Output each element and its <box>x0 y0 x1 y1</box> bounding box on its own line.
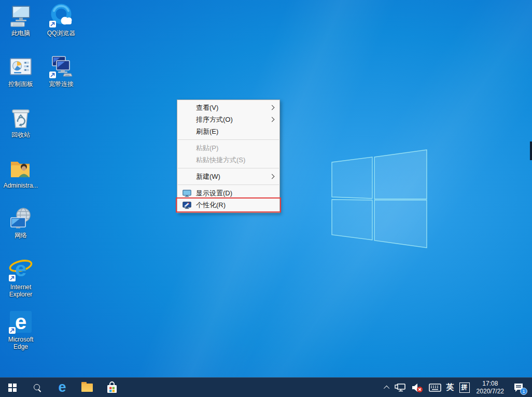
taskbar-edge-button[interactable]: e <box>50 378 75 397</box>
desktop-icon-network[interactable]: 网络 <box>1 205 41 239</box>
icon-label: 回收站 <box>11 131 30 138</box>
menu-item-display-settings[interactable]: 显示设置(D) <box>177 187 279 199</box>
action-center-button[interactable]: 1 <box>508 378 529 397</box>
svg-text:e: e <box>15 258 26 280</box>
taskbar-file-explorer-button[interactable] <box>75 378 100 397</box>
volume-tray-button[interactable] <box>409 378 426 397</box>
shortcut-arrow-icon <box>49 72 56 78</box>
icon-label: Administra... <box>4 182 38 189</box>
desktop-icon-microsoft-edge[interactable]: e Microsoft Edge <box>1 309 41 350</box>
menu-separator <box>178 168 279 168</box>
microsoft-store-icon <box>106 381 118 394</box>
file-explorer-icon <box>81 384 93 392</box>
system-tray: 英 拼 17:08 2020/7/22 1 <box>383 378 532 397</box>
desktop-icon-recycle-bin[interactable]: 回收站 <box>1 105 41 138</box>
clock-time: 17:08 <box>482 380 498 388</box>
desktop-icon-control-panel[interactable]: 控制面板 <box>1 54 41 88</box>
menu-item-refresh[interactable]: 刷新(E) <box>177 125 279 137</box>
display-settings-icon <box>183 190 196 197</box>
icon-label: 控制面板 <box>8 80 33 88</box>
submenu-arrow-icon <box>270 105 275 110</box>
icon-label: 网络 <box>15 232 27 239</box>
desktop-icon-this-pc[interactable]: 此电脑 <box>1 3 41 37</box>
desktop-icon-internet-explorer[interactable]: e Internet Explorer <box>1 257 41 298</box>
desktop-icon-admin-folder[interactable]: Administra... <box>1 155 41 189</box>
personalization-icon <box>183 202 196 209</box>
touch-keyboard-button[interactable] <box>426 378 444 397</box>
network-icon <box>8 205 33 230</box>
control-panel-icon <box>8 54 33 79</box>
icon-label: QQ浏览器 <box>47 30 76 37</box>
network-tray-button[interactable] <box>392 378 409 397</box>
clock-date: 2020/7/22 <box>477 388 504 395</box>
search-icon <box>34 384 41 391</box>
network-status-icon <box>395 383 406 392</box>
menu-item-view[interactable]: 查看(V) <box>177 102 279 114</box>
show-hidden-icons-button[interactable] <box>383 378 392 397</box>
desktop-context-menu: 查看(V) 排序方式(O) 刷新(E) 粘贴(P) 粘贴快捷方式(S) 新建(W… <box>177 100 280 213</box>
chevron-up-icon <box>384 385 389 391</box>
svg-text:e: e <box>15 310 26 333</box>
icon-label: 宽带连接 <box>49 80 74 88</box>
taskbar-store-button[interactable] <box>100 378 124 397</box>
menu-item-paste-shortcut[interactable]: 粘贴快捷方式(S) <box>177 154 279 166</box>
desktop-icon-broadband[interactable]: 宽带连接 <box>41 54 81 88</box>
microsoft-edge-icon: e <box>8 309 33 334</box>
this-pc-icon <box>8 3 33 28</box>
notification-badge: 1 <box>520 388 527 395</box>
screen-edge-artifact <box>530 141 532 160</box>
ime-language-label: 英 <box>446 382 454 392</box>
icon-label: Internet Explorer <box>1 283 41 298</box>
edge-icon: e <box>58 380 66 394</box>
shortcut-arrow-icon <box>9 327 16 334</box>
shortcut-arrow-icon <box>9 275 16 281</box>
search-button[interactable] <box>25 378 50 397</box>
internet-explorer-icon: e <box>8 257 33 282</box>
icon-label: 此电脑 <box>11 30 30 37</box>
qq-browser-icon <box>49 3 74 28</box>
windows-start-icon <box>8 384 17 392</box>
desktop-icon-qq-browser[interactable]: QQ浏览器 <box>41 3 81 37</box>
start-button[interactable] <box>0 378 25 397</box>
menu-separator <box>178 139 279 140</box>
broadband-connection-icon <box>49 54 74 79</box>
ime-language-button[interactable]: 英 <box>444 378 457 397</box>
ime-pinyin-label: 拼 <box>459 382 470 393</box>
menu-separator <box>178 185 279 185</box>
submenu-arrow-icon <box>270 117 275 122</box>
menu-item-new[interactable]: 新建(W) <box>177 171 279 182</box>
menu-item-paste[interactable]: 粘贴(P) <box>177 142 279 154</box>
recycle-bin-icon <box>8 105 33 130</box>
icon-label: Microsoft Edge <box>1 336 41 350</box>
taskbar-clock[interactable]: 17:08 2020/7/22 <box>472 378 508 397</box>
volume-muted-icon <box>411 382 424 393</box>
windows-logo-wallpaper <box>311 135 467 270</box>
taskbar: e <box>0 377 532 397</box>
shortcut-arrow-icon <box>49 21 56 27</box>
user-folder-icon <box>8 155 33 180</box>
menu-item-sort-by[interactable]: 排序方式(O) <box>177 114 279 125</box>
touch-keyboard-icon <box>429 384 441 392</box>
ime-mode-button[interactable]: 拼 <box>457 378 472 397</box>
submenu-arrow-icon <box>270 174 275 179</box>
menu-item-personalize[interactable]: 个性化(R) <box>177 199 279 211</box>
